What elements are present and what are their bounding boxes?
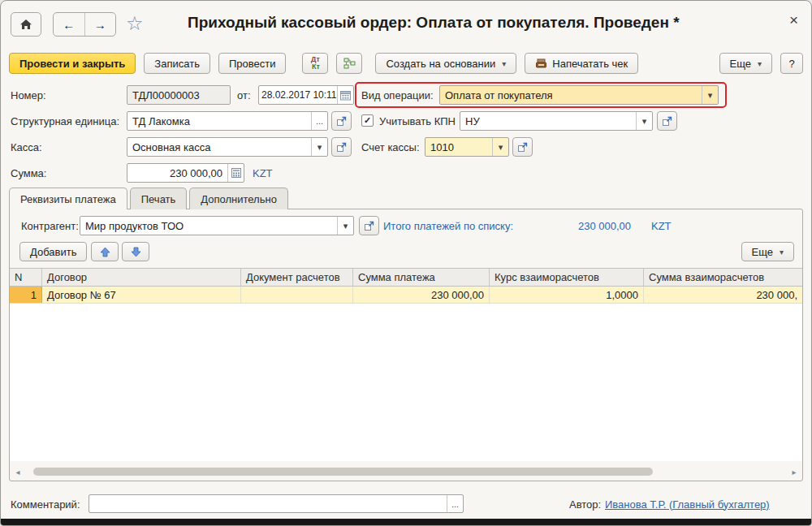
check-icon: ✓: [364, 115, 371, 126]
kpn-combo[interactable]: НУ ▾: [460, 111, 653, 131]
show-postings-button[interactable]: Дт Кт: [302, 53, 328, 74]
chevron-down-icon[interactable]: ▾: [311, 138, 327, 156]
structural-unit-label: Структурная единица:: [11, 111, 119, 131]
help-button[interactable]: ?: [780, 53, 803, 74]
toolbar-more-button[interactable]: Еще ▾: [719, 53, 772, 74]
back-icon: ←: [63, 18, 75, 32]
scrollbar-thumb[interactable]: [33, 468, 653, 476]
tab-print[interactable]: Печать: [130, 188, 188, 209]
column-header-contract[interactable]: Договор: [42, 269, 241, 286]
cash-account-combo[interactable]: 1010 ▾: [425, 137, 509, 157]
back-button[interactable]: ←: [54, 13, 84, 36]
open-icon: [517, 142, 528, 153]
history-nav-group: ← →: [53, 12, 116, 37]
comment-ellipsis-icon[interactable]: ...: [447, 495, 463, 512]
table-row[interactable]: 1 Договор № 67 230 000,00 1,0000 230 000…: [10, 287, 802, 304]
add-row-button[interactable]: Добавить: [19, 242, 87, 261]
total-payments-value: 230 000,00: [578, 216, 631, 235]
move-down-button[interactable]: [122, 242, 149, 261]
payment-details-panel: Контрагент: Мир продуктов ТОО ▾ Итого пл…: [9, 209, 803, 481]
form-header-area: Номер: ТДЛ00000003 от: 28.02.2017 10:11:…: [1, 75, 811, 189]
cell-payment-amount[interactable]: 230 000,00: [353, 287, 490, 303]
cash-desk-label: Касса:: [11, 137, 42, 157]
contractor-open-button[interactable]: [359, 216, 379, 235]
column-header-mutual-amount[interactable]: Сумма взаиморасчетов: [644, 269, 802, 286]
post-button[interactable]: Провести: [218, 53, 287, 74]
kpn-checkbox[interactable]: ✓: [361, 114, 374, 127]
kpn-open-button[interactable]: [657, 111, 677, 131]
calculator-icon[interactable]: [227, 164, 244, 182]
table-more-button[interactable]: Еще ▾: [741, 242, 794, 261]
cash-account-label: Счет кассы:: [361, 137, 420, 157]
operation-label: Вид операции:: [361, 85, 434, 105]
number-label: Номер:: [11, 85, 46, 105]
column-header-settlement-doc[interactable]: Документ расчетов: [241, 269, 353, 286]
structural-unit-field[interactable]: ТД Лакомка ...: [127, 111, 328, 131]
chevron-down-icon[interactable]: ▾: [702, 86, 718, 104]
chevron-down-icon[interactable]: ▾: [492, 138, 508, 156]
chevron-down-icon: ▾: [758, 59, 762, 68]
tab-bar: Реквизиты платежа Печать Дополнительно: [9, 188, 288, 209]
author-label: Автор:: [569, 494, 601, 514]
comment-input[interactable]: [89, 495, 447, 512]
structural-unit-open-button[interactable]: [331, 111, 352, 131]
chevron-down-icon: ▾: [502, 59, 506, 68]
cash-desk-combo[interactable]: Основная касса ▾: [127, 137, 328, 157]
home-icon: [19, 19, 32, 30]
move-up-button[interactable]: [91, 242, 119, 261]
arrow-down-icon: [131, 247, 141, 257]
print-receipt-icon: [535, 58, 547, 69]
window-bottom-edge: [1, 519, 811, 525]
document-window: ← → ☆ Приходный кассовый ордер: Оплата о…: [0, 0, 812, 526]
cell-contract[interactable]: Договор № 67: [42, 287, 241, 303]
calendar-icon[interactable]: [337, 86, 353, 104]
number-field[interactable]: ТДЛ00000003: [127, 85, 231, 105]
column-header-n[interactable]: N: [10, 269, 42, 286]
scroll-right-icon[interactable]: ▸: [788, 468, 800, 476]
operation-combo[interactable]: Оплата от покупателя ▾: [439, 85, 719, 105]
open-icon: [364, 221, 374, 231]
close-icon[interactable]: ×: [789, 11, 798, 29]
forward-button[interactable]: →: [84, 13, 116, 36]
titlebar: ← → ☆ Приходный кассовый ордер: Оплата о…: [1, 1, 811, 48]
cash-account-open-button[interactable]: [512, 137, 533, 157]
amount-field[interactable]: 230 000,00: [127, 163, 244, 183]
write-button[interactable]: Записать: [144, 53, 210, 74]
page-title: Приходный кассовый ордер: Оплата от поку…: [188, 14, 680, 32]
favorite-star-icon[interactable]: ☆: [126, 13, 144, 34]
cell-settlement-doc[interactable]: [241, 287, 353, 303]
create-based-on-button[interactable]: Создать на основании ▾: [375, 53, 516, 74]
comment-field[interactable]: ...: [89, 494, 464, 513]
column-header-rate[interactable]: Курс взаиморасчетов: [490, 269, 644, 286]
print-receipt-button[interactable]: Напечатать чек: [525, 53, 638, 74]
choose-ellipsis-icon[interactable]: ...: [311, 112, 327, 130]
scroll-left-icon[interactable]: ◂: [12, 468, 24, 476]
home-button[interactable]: [11, 12, 41, 37]
date-field[interactable]: 28.02.2017 10:11:0: [258, 85, 354, 105]
contractor-label: Контрагент:: [21, 216, 79, 235]
cell-rate[interactable]: 1,0000: [490, 287, 644, 303]
tab-additional[interactable]: Дополнительно: [189, 188, 288, 209]
post-and-close-button[interactable]: Провести и закрыть: [9, 53, 136, 74]
related-documents-icon: [343, 58, 356, 69]
related-documents-button[interactable]: [336, 53, 362, 74]
open-icon: [336, 116, 347, 127]
cell-row-number[interactable]: 1: [10, 287, 42, 303]
scrollbar-track[interactable]: [24, 468, 788, 476]
total-payments-label: Итого платежей по списку:: [383, 216, 513, 235]
contractor-combo[interactable]: Мир продуктов ТОО ▾: [80, 216, 354, 235]
chevron-down-icon[interactable]: ▾: [337, 217, 353, 235]
tab-payment-details[interactable]: Реквизиты платежа: [9, 188, 127, 209]
author-link[interactable]: Иванова Т.Р. (Главный бухгалтер): [605, 494, 770, 514]
cell-mutual-amount[interactable]: 230 000,: [644, 287, 802, 303]
chevron-down-icon[interactable]: ▾: [636, 112, 652, 130]
comment-label: Комментарий:: [11, 494, 80, 514]
amount-label: Сумма:: [11, 163, 46, 183]
forward-icon: →: [94, 18, 106, 32]
column-header-payment-amount[interactable]: Сумма платежа: [353, 269, 490, 286]
currency-label: KZT: [253, 163, 273, 183]
toolbar: Провести и закрыть Записать Провести Дт …: [1, 51, 811, 75]
cash-desk-open-button[interactable]: [331, 137, 352, 157]
dtkt-icon: Дт Кт: [311, 56, 320, 71]
payments-table: N Договор Документ расчетов Сумма платеж…: [10, 268, 802, 461]
